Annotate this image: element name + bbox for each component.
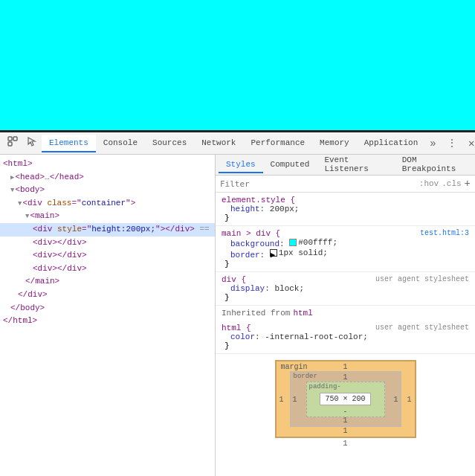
close-devtools-icon[interactable]: ✕ [464,136,475,151]
tab-icon-left[interactable] [3,132,22,154]
box-model-border: border 1 1 1 1 padding- 750 × 200 [290,371,401,427]
tab-memory[interactable]: Memory [312,135,357,152]
dom-line[interactable]: <div></div> [0,263,215,276]
padding-label: padding- [309,383,341,390]
styles-subtab-bar: Styles Computed Event Listeners DOM Brea… [216,155,475,176]
add-style-button[interactable]: + [465,178,471,190]
css-selector: html { user agent stylesheet [222,324,469,332]
css-rule-element-style: element.style { height: 200px; } [216,193,475,226]
border-arrow: ▶ [270,249,277,257]
tab-icon-cursor[interactable] [22,132,42,154]
border-left-val: 1 [293,395,297,403]
margin-right-val: 1 [407,395,411,403]
css-close-brace: } [222,213,469,222]
svg-rect-0 [8,137,12,141]
border-top-val: 1 [343,373,347,382]
devtools-main-area: <html> ▶<head>…</head> ▼<body> ▼<div cla… [0,155,475,476]
subtab-styles[interactable]: Styles [219,157,263,173]
filter-bar: :hov .cls + [216,176,475,193]
css-rule-div-ua: div { user agent stylesheet display: blo… [216,272,475,306]
filter-hov-button[interactable]: :hov [419,179,439,188]
svg-rect-2 [8,142,12,146]
margin-left-val: 1 [279,395,284,403]
box-model: margin 1 1 1 1 border 1 1 1 1 [216,354,475,454]
tab-console[interactable]: Console [96,135,145,152]
css-source-ua: user agent stylesheet [375,324,469,332]
padding-bottom-val: - [343,408,347,416]
border-label: border [294,373,317,380]
tab-elements[interactable]: Elements [42,135,96,152]
filter-cls-button[interactable]: .cls [442,179,461,188]
css-property[interactable]: display: block; [222,284,469,293]
css-selector: main > div { test.html:3 [222,229,469,238]
margin-top-val: 1 [343,363,347,371]
subtab-dom-breakpoints[interactable]: DOM Breakpoints [395,155,472,178]
dom-line[interactable]: <div></div> [0,249,215,263]
subtab-event-listeners[interactable]: Event Listeners [317,155,394,178]
svg-rect-1 [13,137,17,141]
tab-performance[interactable]: Performance [243,135,312,152]
css-rule-main-div: main > div { test.html:3 background: #00… [216,226,475,272]
tab-sources[interactable]: Sources [145,135,194,152]
dom-line[interactable]: </div> [0,289,215,302]
css-close-brace: } [222,293,469,302]
css-selector: element.style { [222,196,469,205]
dom-line-selected[interactable]: <div style="height:200px;"></div> == $0 [0,223,215,237]
dom-line[interactable]: </html> [0,315,215,328]
filter-input[interactable] [220,179,416,189]
tab-application[interactable]: Application [357,135,426,152]
styles-content[interactable]: element.style { height: 200px; } main > … [216,193,475,476]
css-source-link[interactable]: test.html:3 [420,229,469,238]
css-source-ua: user agent stylesheet [375,275,469,284]
dom-line[interactable]: <html> [0,158,215,171]
css-property[interactable]: color: -internal-root-color; [222,332,469,341]
dom-line[interactable]: ▼<main> [0,210,215,223]
box-model-margin: margin 1 1 1 1 border 1 1 1 1 [275,360,416,438]
css-property[interactable]: height: 200px; [222,205,469,213]
color-swatch [289,239,297,246]
devtools-panel: Elements Console Sources Network Perform… [0,132,475,476]
border-right-val: 1 [393,395,398,403]
devtools-tab-bar: Elements Console Sources Network Perform… [0,132,475,155]
styles-panel: Styles Computed Event Listeners DOM Brea… [216,155,475,476]
dom-line[interactable]: ▶<head>…</head> [0,171,215,184]
dom-line[interactable]: </main> [0,275,215,289]
css-selector: div { user agent stylesheet [222,275,469,284]
more-tabs-icon[interactable]: » [425,136,440,151]
dom-panel[interactable]: <html> ▶<head>…</head> ▼<body> ▼<div cla… [0,155,216,476]
dom-line[interactable]: ▼<body> [0,184,215,197]
inherited-from-label: Inherited from html [216,306,475,321]
dom-line[interactable]: <div></div> [0,237,215,250]
tab-network[interactable]: Network [194,135,243,152]
css-property[interactable]: background: #00ffff; [222,238,469,248]
dom-line[interactable]: ▼<div class="container"> [0,197,215,210]
css-rule-html-ua: html { user agent stylesheet color: -int… [216,321,475,354]
margin-bottom-val: 1 [343,427,347,435]
css-property[interactable]: border: ▶ 1px solid; [222,248,469,260]
css-close-brace: } [222,341,469,350]
dom-line[interactable]: </body> [0,302,215,315]
bottom-margin-outer: 1 [222,440,469,448]
box-model-content: 750 × 200 [320,393,370,405]
subtab-computed[interactable]: Computed [263,157,317,173]
preview-pane [0,0,475,132]
more-options-icon[interactable]: ⋮ [445,136,459,151]
border-bottom-val: 1 [343,416,347,425]
margin-label: margin [281,363,308,371]
css-close-brace: } [222,260,469,268]
box-model-padding: padding- 750 × 200 - [306,382,385,417]
